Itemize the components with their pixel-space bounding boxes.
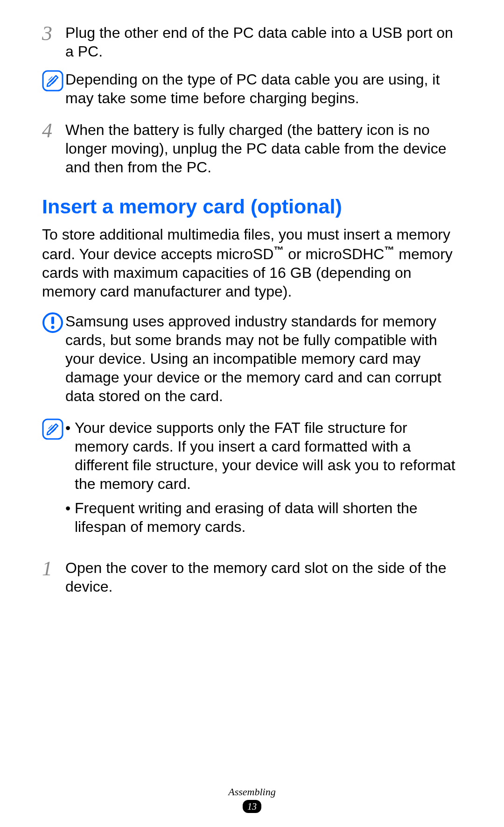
note-icon-container [42, 418, 65, 440]
intro-part-b: or microSDHC [284, 246, 384, 262]
footer-section-label: Assembling [228, 786, 275, 798]
bullet-dot: • [65, 418, 75, 437]
intro-paragraph: To store additional multimedia files, yo… [42, 225, 462, 301]
note-icon [42, 70, 63, 92]
note-cable-charging: Depending on the type of PC data cable y… [42, 70, 462, 107]
step-text: When the battery is fully charged (the b… [65, 120, 462, 177]
trademark-symbol: ™ [384, 244, 394, 256]
step-4: 4 When the battery is fully charged (the… [42, 120, 462, 177]
bullet-text: Your device supports only the FAT file s… [75, 418, 462, 493]
list-item: • Your device supports only the FAT file… [65, 418, 462, 493]
warning-icon [42, 312, 63, 333]
page-footer: Assembling 13 [0, 786, 504, 813]
svg-rect-4 [43, 419, 63, 439]
trademark-symbol: ™ [273, 244, 284, 256]
note-icon-container [42, 70, 65, 92]
step-number: 1 [42, 558, 65, 579]
svg-rect-2 [51, 317, 54, 324]
step-number: 4 [42, 120, 65, 141]
step-1: 1 Open the cover to the memory card slot… [42, 558, 462, 596]
note-fat-and-lifespan: • Your device supports only the FAT file… [42, 418, 462, 542]
step-text: Plug the other end of the PC data cable … [65, 23, 462, 61]
bullet-list: • Your device supports only the FAT file… [65, 418, 462, 536]
page-number-badge: 13 [243, 800, 261, 813]
step-number: 3 [42, 23, 65, 44]
section-heading: Insert a memory card (optional) [42, 195, 462, 218]
bullet-text: Frequent writing and erasing of data wil… [75, 499, 462, 536]
warning-compatibility: Samsung uses approved industry standards… [42, 312, 462, 405]
note-text: Samsung uses approved industry standards… [65, 312, 462, 405]
svg-point-3 [51, 325, 55, 329]
note-text: Depending on the type of PC data cable y… [65, 70, 462, 107]
step-text: Open the cover to the memory card slot o… [65, 558, 462, 596]
note-icon [42, 418, 63, 440]
note-icon-container [42, 312, 65, 333]
svg-rect-0 [43, 71, 63, 91]
list-item: • Frequent writing and erasing of data w… [65, 499, 462, 536]
bullet-dot: • [65, 499, 75, 517]
step-3: 3 Plug the other end of the PC data cabl… [42, 23, 462, 61]
note-text-container: • Your device supports only the FAT file… [65, 418, 462, 542]
